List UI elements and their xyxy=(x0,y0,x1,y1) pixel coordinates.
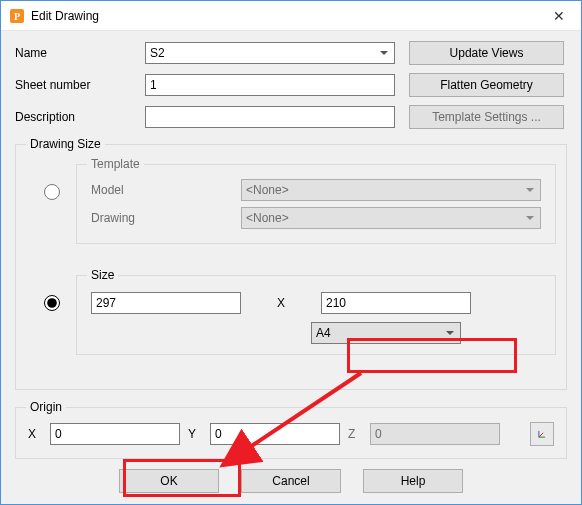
origin-group: Origin X Y Z xyxy=(15,400,567,459)
titlebar: P Edit Drawing ✕ xyxy=(1,1,581,31)
template-drawing-label: Drawing xyxy=(91,211,241,225)
row-name: Name S2 Update Views xyxy=(15,41,567,65)
size-width-input[interactable] xyxy=(91,292,241,314)
row-sheet: Sheet number Flatten Geometry xyxy=(15,73,567,97)
size-height-input[interactable] xyxy=(321,292,471,314)
close-icon: ✕ xyxy=(553,8,565,24)
paper-size-combo[interactable]: A4 xyxy=(311,322,461,344)
row-description: Description Template Settings ... xyxy=(15,105,567,129)
template-drawing-combo: <None> xyxy=(241,207,541,229)
radio-size[interactable] xyxy=(44,295,60,311)
origin-z-label: Z xyxy=(348,427,362,441)
svg-text:P: P xyxy=(14,11,20,22)
size-legend: Size xyxy=(87,268,118,282)
flatten-geometry-button[interactable]: Flatten Geometry xyxy=(409,73,564,97)
window-title: Edit Drawing xyxy=(31,9,536,23)
origin-y-label: Y xyxy=(188,427,202,441)
drawing-size-legend: Drawing Size xyxy=(26,137,105,151)
dialog-window: P Edit Drawing ✕ Name S2 Update Views Sh… xyxy=(0,0,582,505)
template-group: Template Model <None> Drawing <None> xyxy=(76,157,556,244)
pick-origin-button[interactable] xyxy=(530,422,554,446)
dialog-button-row: OK Cancel Help xyxy=(15,469,567,493)
description-label: Description xyxy=(15,110,145,124)
sheet-label: Sheet number xyxy=(15,78,145,92)
origin-x-input[interactable] xyxy=(50,423,180,445)
origin-x-label: X xyxy=(28,427,42,441)
help-button[interactable]: Help xyxy=(363,469,463,493)
dialog-content: Name S2 Update Views Sheet number Flatte… xyxy=(1,31,581,505)
name-combo[interactable]: S2 xyxy=(145,42,395,64)
template-legend: Template xyxy=(87,157,144,171)
cancel-button[interactable]: Cancel xyxy=(241,469,341,493)
origin-y-input[interactable] xyxy=(210,423,340,445)
option-size: Size X A4 xyxy=(26,268,556,365)
size-x-separator: X xyxy=(251,296,311,310)
name-label: Name xyxy=(15,46,145,60)
svg-line-4 xyxy=(539,433,543,437)
description-input[interactable] xyxy=(145,106,395,128)
name-value: S2 xyxy=(150,46,165,60)
sheet-input[interactable] xyxy=(145,74,395,96)
drawing-size-group: Drawing Size Template Model <None> Drawi… xyxy=(15,137,567,390)
close-button[interactable]: ✕ xyxy=(536,1,581,30)
template-model-combo: <None> xyxy=(241,179,541,201)
template-model-value: <None> xyxy=(246,183,289,197)
paper-size-value: A4 xyxy=(316,326,331,340)
template-model-label: Model xyxy=(91,183,241,197)
origin-z-input xyxy=(370,423,500,445)
template-settings-button: Template Settings ... xyxy=(409,105,564,129)
template-drawing-value: <None> xyxy=(246,211,289,225)
size-group: Size X A4 xyxy=(76,268,556,355)
update-views-button[interactable]: Update Views xyxy=(409,41,564,65)
ok-button[interactable]: OK xyxy=(119,469,219,493)
option-template: Template Model <None> Drawing <None> xyxy=(26,157,556,254)
axes-icon xyxy=(537,426,547,442)
origin-legend: Origin xyxy=(26,400,66,414)
radio-template[interactable] xyxy=(44,184,60,200)
app-icon: P xyxy=(9,8,25,24)
